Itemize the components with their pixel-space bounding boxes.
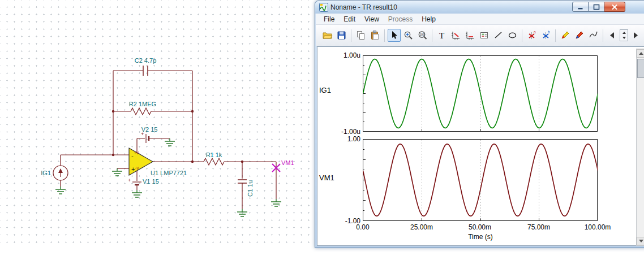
opamp-noninverting-mark: +	[131, 166, 135, 172]
capacitor-c1-symbol[interactable]	[238, 180, 247, 183]
ig1-chart-canvas[interactable]	[363, 55, 598, 132]
svg-text:100: 100	[420, 33, 424, 36]
ellipse-tool-icon	[507, 30, 518, 41]
vm1-label[interactable]: VM1	[281, 159, 294, 166]
resistor-r2-symbol[interactable]	[131, 108, 151, 115]
v1-label[interactable]: V1 15	[143, 178, 159, 185]
page-left-button[interactable]	[606, 29, 619, 42]
c2-label[interactable]: C2 4.7p	[135, 57, 157, 64]
page-right-button[interactable]	[629, 29, 642, 42]
ground-symbol[interactable]	[132, 190, 142, 197]
scroll-down-button[interactable]	[637, 237, 644, 245]
menu-view[interactable]: View	[360, 14, 384, 24]
caption-buttons	[572, 2, 625, 12]
select-tool-button[interactable]	[388, 29, 401, 42]
cursor-icon	[389, 30, 400, 41]
x-tick-0: 0.00	[340, 223, 385, 231]
cursor-a-button[interactable]: a	[525, 29, 538, 42]
titlebar[interactable]: Noname - TR result10	[315, 1, 644, 14]
ground-symbol[interactable]	[112, 168, 122, 176]
open-button[interactable]	[321, 29, 334, 42]
ig1-ymin-label: -1.00u	[329, 128, 360, 136]
v2-label[interactable]: V2 15	[141, 126, 158, 133]
zoom-100-icon: 100	[417, 30, 428, 41]
menu-file[interactable]: File	[319, 14, 339, 24]
axis-x-scale-button[interactable]	[449, 29, 462, 42]
ellipse-tool-button[interactable]	[506, 29, 519, 42]
opamp-vminus-mark: -V	[135, 166, 139, 170]
legend-button[interactable]	[478, 29, 491, 42]
floppy-icon	[336, 30, 347, 41]
paste-button[interactable]	[368, 29, 381, 42]
toolbar: 100 T	[316, 25, 644, 46]
window-title: Noname - TR result10	[330, 3, 397, 11]
menu-edit[interactable]: Edit	[339, 14, 360, 24]
ground-symbol[interactable]	[237, 209, 247, 216]
zoom-100-button[interactable]: 100	[416, 29, 429, 42]
schematic-editor[interactable]: - + +V -V + + C2 4.7p	[0, 0, 314, 247]
save-button[interactable]	[335, 29, 348, 42]
circuit-drawing[interactable]: - + +V -V + + C2 4.7p	[0, 0, 314, 247]
capacitor-c2-symbol[interactable]	[143, 66, 148, 76]
minimize-button[interactable]	[572, 2, 589, 12]
spinner-down[interactable]	[620, 36, 628, 41]
ig1-label[interactable]: IG1	[41, 170, 51, 176]
zoom-in-button[interactable]	[402, 29, 415, 42]
page-right-icon	[630, 30, 641, 41]
x-axis-title: Time (s)	[458, 233, 503, 241]
ig1-signal-label: IG1	[319, 86, 331, 94]
scrollbar-thumb[interactable]	[637, 59, 644, 78]
opamp-inverting-mark: -	[131, 153, 134, 159]
resistor-r1-symbol[interactable]	[204, 158, 224, 165]
u1-label[interactable]: U1 LMP7721	[151, 170, 187, 176]
ground-symbol[interactable]	[55, 187, 66, 194]
marker-yellow-button[interactable]	[559, 29, 572, 42]
vm1-chart-canvas[interactable]	[363, 139, 598, 221]
open-folder-icon	[322, 30, 333, 41]
cursor-b-button[interactable]: b	[539, 29, 552, 42]
ground-symbol[interactable]	[165, 138, 175, 146]
copy-icon	[355, 30, 366, 41]
vm1-ymax-label: 1.00	[329, 135, 360, 143]
axis-y-scale-button[interactable]	[463, 29, 476, 42]
x-tick-50m: 50.00m	[457, 223, 503, 231]
menu-process[interactable]: Process	[384, 14, 417, 24]
cursor-a-icon: a	[526, 30, 537, 41]
text-tool-button[interactable]: T	[435, 29, 448, 42]
menubar: File Edit View Process Help	[316, 14, 644, 25]
menu-help[interactable]: Help	[417, 14, 440, 24]
interpolate-icon	[588, 30, 599, 41]
text-tool-icon: T	[436, 30, 447, 41]
interval-spinner[interactable]	[620, 29, 628, 41]
cursor-b-icon: b	[540, 30, 551, 41]
svg-text:a: a	[534, 30, 536, 34]
marker-red-button[interactable]	[573, 29, 586, 42]
maximize-button[interactable]	[589, 2, 604, 12]
x-tick-25m: 25.00m	[399, 223, 444, 231]
vertical-scrollbar[interactable]	[636, 49, 644, 246]
spinner-up[interactable]	[620, 30, 628, 36]
opamp-u1[interactable]: - + +V -V	[129, 148, 153, 175]
maximize-icon	[593, 4, 600, 10]
close-button[interactable]	[604, 2, 625, 12]
ig1-ymax-label: 1.00u	[329, 51, 360, 59]
minimize-icon	[577, 4, 583, 10]
line-tool-button[interactable]	[492, 29, 505, 42]
toolbar-separator	[522, 29, 522, 42]
toolbar-separator	[603, 29, 603, 42]
r2-label[interactable]: R2 1MEG	[129, 101, 156, 107]
axis-y-scale-icon	[465, 30, 475, 41]
c1-label[interactable]: C1 1u	[247, 180, 254, 197]
r1-label[interactable]: R1 1k	[206, 151, 222, 158]
svg-text:T: T	[439, 31, 444, 40]
legend-icon	[479, 30, 490, 41]
copy-button[interactable]	[354, 29, 367, 42]
toolbar-separator	[384, 29, 385, 42]
spinner-up-icon	[622, 32, 626, 34]
ground-symbol[interactable]	[271, 199, 281, 206]
toolbar-separator	[351, 29, 351, 42]
marker-red-icon	[574, 30, 585, 41]
interpolate-button[interactable]	[587, 29, 600, 42]
vm1-signal-label: VM1	[319, 174, 334, 182]
scroll-up-button[interactable]	[637, 49, 644, 58]
